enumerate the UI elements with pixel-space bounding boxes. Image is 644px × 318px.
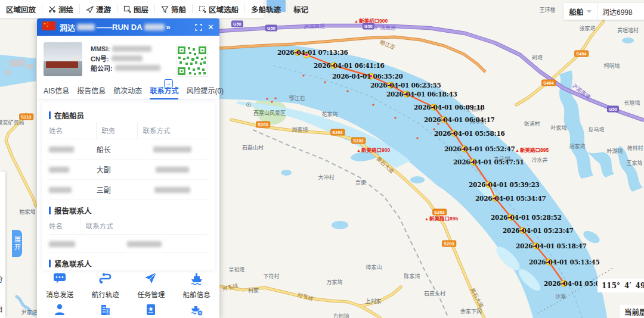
ship-icon: [190, 271, 204, 288]
collapsed-left-panel[interactable]: 船 船 分 自: [0, 172, 5, 318]
toolbar-area-select-ships[interactable]: 区域选船: [193, 4, 245, 14]
action-ship-info[interactable]: 船舶信息: [174, 271, 220, 299]
action-crew-onboard[interactable]: 在船船员: [37, 303, 83, 318]
ship-name-en: ——RUN DA: [97, 23, 143, 32]
toolbar-mark[interactable]: 标记: [287, 4, 314, 14]
action-task-management[interactable]: 任务管理: [128, 271, 174, 299]
crew-section-title: 在船船员: [49, 110, 208, 121]
action-follow-ship[interactable]: 关注: [174, 303, 220, 318]
toolbar-layers[interactable]: 图层: [117, 4, 155, 14]
mmsi-label: MMSI:: [91, 45, 110, 52]
measure-icon: [48, 5, 56, 13]
expand-side-panel-button[interactable]: 展开: [12, 230, 22, 257]
report-contacts-table: 姓名 联系方式: [49, 217, 208, 253]
redacted-text: [77, 24, 95, 30]
toolbar-filter-ships[interactable]: 筛船: [155, 4, 193, 14]
tab-ais-info[interactable]: AIS信息: [44, 85, 69, 99]
toolbar-label: 图层: [134, 4, 148, 15]
filter-icon: [161, 5, 169, 13]
panel-action-grid: 消息发送 航行轨迹 任务管理 船舶信息 在船船员 船舶公司 证书信息: [37, 271, 219, 318]
current-layer-readout: 当前层: [620, 305, 644, 318]
toolbar-pan[interactable]: 漫游: [80, 4, 117, 14]
toolbar-label: 区域选船: [209, 4, 239, 15]
tab-voyage-status[interactable]: 航次动态: [113, 85, 142, 99]
close-icon[interactable]: ✕: [208, 23, 214, 32]
follow-icon: [190, 303, 204, 318]
toolbar-label: 测绘: [58, 4, 73, 15]
table-row: 三副: [49, 180, 208, 200]
emergency-contacts-title: 紧急联系人: [49, 258, 208, 269]
crew-table: 姓名 职务 联系方式 船长 大副 三副: [49, 122, 208, 200]
ship-title: 润达 ——RUN DA »: [60, 21, 171, 33]
redacted-text: [144, 24, 165, 30]
toolbar-label: 标记: [293, 4, 308, 15]
col-position: 职务: [97, 122, 138, 139]
search-category-dropdown[interactable]: 船舶: [564, 3, 597, 20]
china-flag-icon: [42, 21, 55, 33]
ship-info-block: MMSI: CN号: 船公司: →: [37, 36, 219, 84]
layers-icon: [123, 5, 131, 13]
qr-code: [176, 45, 208, 77]
route-icon: [98, 271, 113, 288]
tab-risk-alerts[interactable]: 风险提示(0): [186, 85, 224, 99]
action-certificate-info[interactable]: 证书信息: [128, 303, 174, 318]
toolbar-measure[interactable]: 测绘: [42, 4, 80, 14]
coordinate-readout: 115° 4′ 49: [597, 279, 644, 292]
cn-number-label: CN号:: [91, 54, 109, 63]
crew-icon: [52, 303, 67, 318]
ship-search-input[interactable]: 润达6998: [597, 3, 644, 20]
toolbar-label: 漫游: [96, 4, 111, 15]
ship-detail-panel: 润达 ——RUN DA » ✕ MMSI: CN号: 船公司: →: [37, 18, 219, 318]
action-voyage-track[interactable]: 航行轨迹: [83, 271, 129, 299]
ship-search-bar: 船舶 润达6998: [564, 3, 644, 20]
toolbar-area-replay[interactable]: 区域回放: [0, 4, 42, 14]
ship-photo: [44, 42, 82, 76]
longitude-seconds: 49: [636, 282, 644, 290]
panel-header: 润达 ——RUN DA » ✕: [37, 18, 219, 36]
action-ship-company[interactable]: 船舶公司: [83, 303, 129, 318]
certificate-icon: [144, 303, 158, 318]
redacted-value: [112, 55, 143, 61]
tab-contact-info[interactable]: 联系方式: [150, 85, 178, 99]
toolbar-label: 筛船: [171, 4, 186, 15]
tab-report-info[interactable]: 报告信息: [77, 85, 106, 99]
col-contact: 联系方式: [80, 217, 208, 235]
toolbar-label: 多船轨迹: [251, 4, 281, 15]
longitude-degrees: 115°: [602, 282, 620, 290]
title-more-chevrons[interactable]: »: [166, 23, 171, 32]
ship-name-cn: 润达: [60, 21, 75, 33]
longitude-minutes: 4′: [624, 282, 631, 290]
redacted-value: [112, 46, 151, 52]
col-name: 姓名: [49, 122, 97, 139]
redacted-value: [115, 65, 160, 71]
table-row: 船长: [49, 139, 208, 160]
report-contacts-title: 报告联系人: [49, 205, 208, 216]
company-icon: [98, 303, 113, 318]
expand-panel-icon[interactable]: [195, 24, 202, 31]
pan-icon: [86, 5, 94, 13]
col-contact: 联系方式: [138, 122, 208, 139]
contact-info-card: 在船船员 姓名 职务 联系方式 船长 大副: [42, 102, 215, 270]
map-toolbar: 区域回放 测绘 漫游 图层 筛船 区域选船 多船轨迹 标记: [0, 0, 264, 18]
task-icon: [144, 271, 158, 288]
message-icon: [52, 271, 67, 288]
panel-tabs: AIS信息 报告信息 航次动态 联系方式 风险提示(0): [37, 84, 219, 100]
action-send-message[interactable]: 消息发送: [37, 271, 83, 299]
toolbar-label: 区域回放: [6, 4, 36, 15]
ship-monitoring-app: 张家塆黄咀垴村王环楼珂塆柯明塆长塘塆张浦村叶家塆反马塆胡家塆叶湖塆荷林村王家塆冷…: [0, 0, 644, 318]
search-category-label: 船舶: [569, 7, 583, 17]
area-select-icon: [199, 5, 206, 13]
table-row: [49, 235, 208, 253]
company-label: 船公司:: [91, 63, 113, 73]
table-row: 大副: [49, 160, 208, 180]
chevron-down-icon: [587, 10, 592, 13]
toolbar-multi-ship-tracks[interactable]: 多船轨迹: [245, 4, 287, 14]
col-name: 姓名: [49, 217, 80, 235]
